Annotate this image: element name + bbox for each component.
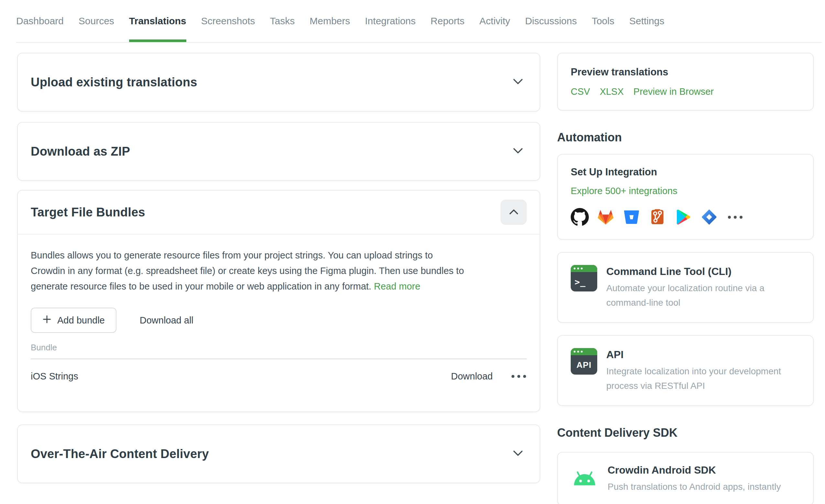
target-file-bundles-header[interactable]: Target File Bundles xyxy=(18,191,540,234)
add-bundle-button[interactable]: Add bundle xyxy=(31,308,117,333)
download-zip-accordion[interactable]: Download as ZIP xyxy=(17,122,540,181)
set-up-integration-title: Set Up Integration xyxy=(571,166,800,178)
android-icon xyxy=(571,468,599,490)
ota-title: Over-The-Air Content Delivery xyxy=(31,447,209,461)
android-sdk-title: Crowdin Android SDK xyxy=(608,464,781,476)
terminal-icon: >_ xyxy=(571,265,597,291)
preview-translations-title: Preview translations xyxy=(571,66,800,78)
ota-accordion[interactable]: Over-The-Air Content Delivery xyxy=(17,424,540,483)
bundles-description: Bundles allows you to generate resource … xyxy=(31,247,527,294)
tab-screenshots[interactable]: Screenshots xyxy=(201,0,255,42)
bundle-column-header: Bundle xyxy=(31,343,527,353)
upload-translations-accordion[interactable]: Upload existing translations xyxy=(17,53,540,112)
api-title: API xyxy=(606,349,800,361)
main-content: Upload existing translations Download as… xyxy=(0,43,825,504)
sidebar: Preview translations CSV XLSX Preview in… xyxy=(557,53,814,504)
preview-in-browser-link[interactable]: Preview in Browser xyxy=(633,86,714,97)
csv-link[interactable]: CSV xyxy=(571,86,590,97)
tab-sources[interactable]: Sources xyxy=(79,0,114,42)
integration-icons xyxy=(571,208,800,226)
api-card[interactable]: API API Integrate localization into your… xyxy=(557,335,814,406)
gitlab-icon[interactable] xyxy=(597,208,615,226)
automation-heading: Automation xyxy=(557,131,814,144)
bundles-description-line: Crowdin in any format (e.g. spreadsheet … xyxy=(31,263,527,279)
download-all-link[interactable]: Download all xyxy=(140,315,194,326)
table-row: iOS Strings Download xyxy=(31,359,527,394)
plus-icon xyxy=(43,315,52,326)
collapse-button[interactable] xyxy=(501,200,527,225)
project-tabs: DashboardSourcesTranslationsScreenshotsT… xyxy=(16,0,822,43)
android-sdk-card[interactable]: Crowdin Android SDK Push translations to… xyxy=(557,452,814,504)
bitbucket-icon[interactable] xyxy=(622,208,641,226)
tab-discussions[interactable]: Discussions xyxy=(525,0,577,42)
add-bundle-label: Add bundle xyxy=(57,315,105,326)
left-column: Upload existing translations Download as… xyxy=(17,53,540,483)
tab-tasks[interactable]: Tasks xyxy=(270,0,295,42)
terminal-prompt: >_ xyxy=(571,272,597,291)
bundle-rows: iOS Strings Download xyxy=(31,359,527,394)
tab-translations[interactable]: Translations xyxy=(129,0,186,42)
read-more-link[interactable]: Read more xyxy=(374,281,420,291)
cli-text: Command Line Tool (CLI) Automate your lo… xyxy=(606,265,788,310)
tab-activity[interactable]: Activity xyxy=(479,0,510,42)
tab-settings[interactable]: Settings xyxy=(629,0,664,42)
tab-tools[interactable]: Tools xyxy=(592,0,614,42)
target-file-bundles-body: Bundles allows you to generate resource … xyxy=(18,247,540,412)
google-play-icon[interactable] xyxy=(674,208,692,226)
chevron-down-icon[interactable] xyxy=(513,450,523,457)
cli-card[interactable]: >_ Command Line Tool (CLI) Automate your… xyxy=(557,252,814,323)
bundle-actions: Add bundle Download all xyxy=(31,308,527,333)
api-icon-label: API xyxy=(571,355,597,375)
tab-dashboard[interactable]: Dashboard xyxy=(16,0,64,42)
preview-translations-card: Preview translations CSV XLSX Preview in… xyxy=(557,53,814,111)
tab-reports[interactable]: Reports xyxy=(431,0,465,42)
bundle-name: iOS Strings xyxy=(31,371,451,382)
github-icon[interactable] xyxy=(571,208,589,226)
bundle-download-link[interactable]: Download xyxy=(451,371,493,382)
git-icon[interactable] xyxy=(648,208,667,226)
bundles-description-line: generate resource files to be used in yo… xyxy=(31,279,527,294)
target-file-bundles-title: Target File Bundles xyxy=(31,205,145,219)
chevron-down-icon[interactable] xyxy=(513,148,523,155)
download-zip-title: Download as ZIP xyxy=(31,145,130,158)
target-file-bundles-card: Target File Bundles Bundles allows you t… xyxy=(17,190,540,412)
android-sdk-text: Crowdin Android SDK Push translations to… xyxy=(608,463,781,494)
chevron-down-icon[interactable] xyxy=(513,79,523,86)
api-icon: API xyxy=(571,348,597,375)
chevron-up-icon xyxy=(509,209,518,215)
api-subtitle: Integrate localization into your develop… xyxy=(606,364,800,393)
android-sdk-subtitle: Push translations to Android apps, insta… xyxy=(608,480,781,494)
more-integrations-icon[interactable] xyxy=(727,214,743,221)
cli-subtitle: Automate your localization routine via a… xyxy=(606,281,788,310)
set-up-integration-card: Set Up Integration Explore 500+ integrat… xyxy=(557,154,814,240)
jira-icon[interactable] xyxy=(700,208,718,226)
ellipsis-menu-icon[interactable] xyxy=(511,373,527,380)
upload-translations-title: Upload existing translations xyxy=(31,75,197,89)
tab-members[interactable]: Members xyxy=(310,0,350,42)
api-text: API Integrate localization into your dev… xyxy=(606,348,800,393)
cli-title: Command Line Tool (CLI) xyxy=(606,266,788,278)
bundles-description-line: Bundles allows you to generate resource … xyxy=(31,247,527,263)
content-delivery-sdk-heading: Content Delivery SDK xyxy=(557,426,814,440)
explore-integrations-link[interactable]: Explore 500+ integrations xyxy=(571,186,677,196)
tab-integrations[interactable]: Integrations xyxy=(365,0,416,42)
xlsx-link[interactable]: XLSX xyxy=(600,86,624,97)
preview-links: CSV XLSX Preview in Browser xyxy=(571,86,800,97)
